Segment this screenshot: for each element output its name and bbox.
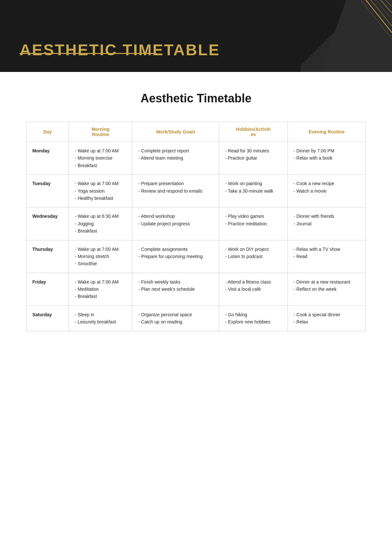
cell-3-4: - Relax with a TV show- Read [287, 240, 366, 273]
cell-2-1: - Wake up at 6:30 AM- Jogging- Breakfast [69, 207, 132, 240]
table-row: Thursday- Wake up at 7:00 AM- Morning st… [26, 240, 366, 273]
table-row: Wednesday- Wake up at 6:30 AM- Jogging- … [26, 207, 366, 240]
timetable: Day MorningRoutine Work/Study Goals Hobb… [26, 122, 366, 331]
cell-2-0: Wednesday [26, 207, 69, 240]
svg-marker-0 [320, 0, 392, 72]
cell-1-2: - Prepare presentation- Review and respo… [132, 175, 219, 207]
cell-2-2: - Attend workshop- Update project progre… [132, 207, 219, 240]
cell-4-1: - Wake up at 7:00 AM- Meditation- Breakf… [69, 273, 132, 305]
cell-0-2: - Complete project report- Attend team m… [132, 142, 219, 175]
cell-4-3: - Attend a fitness class- Visit a local … [219, 273, 288, 305]
header-banner: AESTHETIC TIMETABLE [0, 0, 392, 72]
cell-0-3: - Read for 30 minutes- Practice guitar [219, 142, 288, 175]
table-row: Tuesday- Wake up at 7:00 AM- Yoga sessio… [26, 175, 366, 207]
cell-1-3: - Work on painting- Take a 30-minute wal… [219, 175, 288, 207]
header-underline [20, 53, 157, 54]
header-decoration [301, 0, 392, 72]
cell-4-0: Friday [26, 273, 69, 305]
col-morning: MorningRoutine [69, 122, 132, 142]
col-work: Work/Study Goals [132, 122, 219, 142]
cell-3-1: - Wake up at 7:00 AM- Morning stretch- S… [69, 240, 132, 273]
cell-1-4: - Cook a new recipe- Watch a movie [287, 175, 366, 207]
cell-1-0: Tuesday [26, 175, 69, 207]
cell-2-3: - Play video games- Practice meditation [219, 207, 288, 240]
header-title: AESTHETIC TIMETABLE [20, 41, 220, 59]
col-hobbies: Hobbies/Activities [219, 122, 288, 142]
table-row: Saturday- Sleep in- Leisurely breakfast-… [26, 305, 366, 331]
cell-3-3: - Work on DIY project- Listen to podcast [219, 240, 288, 273]
cell-2-4: - Dinner with friends- Journal [287, 207, 366, 240]
cell-5-1: - Sleep in- Leisurely breakfast [69, 305, 132, 331]
cell-4-2: - Finish weekly tasks- Plan next week's … [132, 273, 219, 305]
table-row: Monday- Wake up at 7:00 AM- Morning exer… [26, 142, 366, 175]
table-header-row: Day MorningRoutine Work/Study Goals Hobb… [26, 122, 366, 142]
cell-3-2: - Complete assignments- Prepare for upco… [132, 240, 219, 273]
cell-4-4: - Dinner at a new restaurant- Reflect on… [287, 273, 366, 305]
cell-3-0: Thursday [26, 240, 69, 273]
cell-5-4: - Cook a special dinner- Relax [287, 305, 366, 331]
cell-5-3: - Go hiking- Explore new hobbies [219, 305, 288, 331]
cell-0-0: Monday [26, 142, 69, 175]
cell-5-0: Saturday [26, 305, 69, 331]
content-area: Aesthetic Timetable Day MorningRoutine W… [0, 72, 392, 357]
cell-5-2: - Organize personal space- Catch up on r… [132, 305, 219, 331]
cell-1-1: - Wake up at 7:00 AM- Yoga session- Heal… [69, 175, 132, 207]
page-title: Aesthetic Timetable [26, 92, 366, 105]
col-day: Day [26, 122, 69, 142]
table-row: Friday- Wake up at 7:00 AM- Meditation- … [26, 273, 366, 305]
cell-0-1: - Wake up at 7:00 AM- Morning exercise- … [69, 142, 132, 175]
col-evening: Evening Routine [287, 122, 366, 142]
cell-0-4: - Dinner by 7:00 PM- Relax with a book [287, 142, 366, 175]
